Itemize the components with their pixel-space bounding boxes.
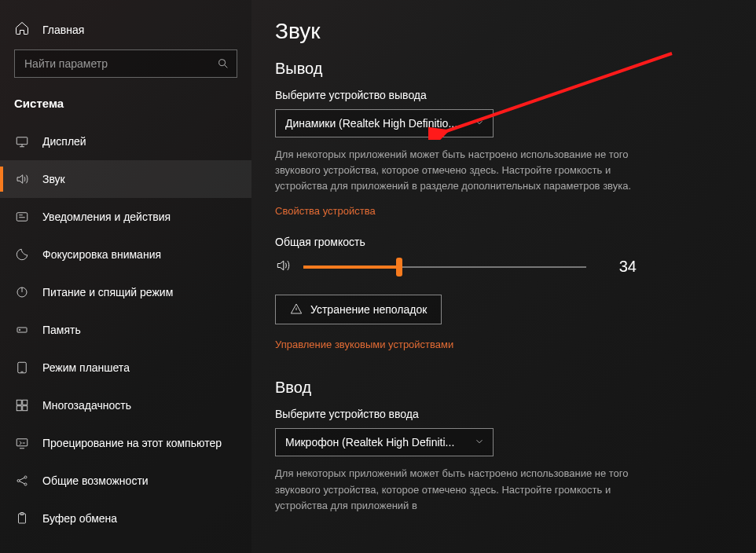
- sidebar-item-focus[interactable]: Фокусировка внимания: [0, 236, 251, 273]
- sidebar-item-label: Фокусировка внимания: [42, 248, 161, 261]
- volume-slider[interactable]: [303, 259, 586, 275]
- input-select-label: Выберите устройство ввода: [275, 408, 728, 420]
- slider-thumb[interactable]: [396, 258, 402, 276]
- input-help-text: Для некоторых приложений может быть наст…: [275, 466, 637, 513]
- svg-rect-4: [17, 328, 27, 332]
- svg-point-14: [24, 483, 27, 485]
- sidebar-item-label: Звук: [42, 173, 65, 185]
- manage-sound-devices-link[interactable]: Управление звуковыми устройствами: [275, 339, 453, 350]
- sidebar-section-title: Система: [0, 92, 251, 123]
- output-heading: Вывод: [275, 60, 728, 78]
- sidebar-item-shared[interactable]: Общие возможности: [0, 462, 251, 500]
- sidebar-item-clipboard[interactable]: Буфер обмена: [0, 500, 251, 537]
- home-link[interactable]: Главная: [0, 14, 251, 49]
- search-input[interactable]: [15, 57, 210, 70]
- sidebar-item-display[interactable]: Дисплей: [0, 123, 251, 160]
- tablet-icon: [14, 361, 30, 375]
- sidebar-item-notifications[interactable]: Уведомления и действия: [0, 198, 251, 236]
- input-device-value: Микрофон (Realtek High Definiti...: [285, 436, 454, 449]
- svg-rect-10: [23, 406, 28, 411]
- svg-point-12: [17, 480, 20, 482]
- volume-icon: [275, 258, 291, 276]
- sidebar-item-label: Уведомления и действия: [42, 211, 171, 223]
- shared-icon: [14, 474, 30, 488]
- output-select-label: Выберите устройство вывода: [275, 89, 728, 101]
- sidebar-item-label: Режим планшета: [42, 361, 130, 374]
- svg-rect-2: [17, 213, 28, 222]
- output-device-value: Динамики (Realtek High Definitio...: [285, 117, 457, 130]
- svg-rect-1: [17, 137, 28, 145]
- chevron-down-icon: [474, 436, 485, 449]
- sidebar-item-multitask[interactable]: Многозадачность: [0, 386, 251, 424]
- svg-rect-11: [17, 439, 28, 446]
- clipboard-icon: [14, 511, 30, 526]
- sidebar-item-power[interactable]: Питание и спящий режим: [0, 273, 251, 311]
- output-device-dropdown[interactable]: Динамики (Realtek High Definitio...: [275, 109, 494, 137]
- svg-rect-9: [17, 406, 21, 411]
- svg-point-5: [19, 329, 20, 331]
- main-content: Звук Вывод Выберите устройство вывода Ди…: [251, 0, 756, 553]
- display-icon: [14, 134, 30, 148]
- svg-rect-8: [23, 400, 28, 405]
- sound-icon: [14, 172, 30, 186]
- sidebar-item-label: Память: [42, 324, 81, 336]
- sidebar: Главная Система Дисплей Звук Уведом: [0, 0, 251, 553]
- sidebar-item-sound[interactable]: Звук: [0, 160, 251, 198]
- search-box[interactable]: [14, 49, 237, 78]
- power-icon: [14, 285, 30, 299]
- input-device-dropdown[interactable]: Микрофон (Realtek High Definiti...: [275, 428, 494, 456]
- sidebar-item-label: Дисплей: [42, 135, 86, 148]
- sidebar-item-storage[interactable]: Память: [0, 311, 251, 349]
- input-heading: Ввод: [275, 379, 728, 397]
- device-properties-link[interactable]: Свойства устройства: [275, 205, 376, 217]
- sidebar-item-label: Многозадачность: [42, 399, 131, 412]
- search-icon: [210, 57, 237, 70]
- storage-icon: [14, 323, 30, 337]
- sidebar-item-projecting[interactable]: Проецирование на этот компьютер: [0, 424, 251, 462]
- warning-icon: [290, 302, 303, 317]
- volume-label: Общая громкость: [275, 236, 728, 248]
- slider-fill: [303, 266, 399, 269]
- chevron-down-icon: [474, 117, 485, 130]
- multitask-icon: [14, 398, 30, 412]
- svg-point-0: [219, 60, 226, 66]
- svg-rect-7: [17, 400, 21, 405]
- sidebar-item-label: Общие возможности: [42, 474, 149, 487]
- sidebar-nav: Дисплей Звук Уведомления и действия Фоку…: [0, 123, 251, 537]
- troubleshoot-button[interactable]: Устранение неполадок: [275, 295, 442, 324]
- svg-point-13: [24, 476, 27, 478]
- volume-value: 34: [599, 258, 637, 276]
- svg-rect-6: [18, 362, 27, 373]
- home-icon: [14, 20, 30, 38]
- projecting-icon: [14, 436, 30, 450]
- troubleshoot-label: Устранение неполадок: [310, 303, 427, 316]
- output-help-text: Для некоторых приложений может быть наст…: [275, 147, 637, 194]
- focus-icon: [14, 247, 30, 262]
- home-label: Главная: [42, 24, 84, 36]
- notifications-icon: [14, 210, 30, 224]
- sidebar-item-label: Буфер обмена: [42, 512, 117, 525]
- page-title: Звук: [275, 19, 728, 44]
- sidebar-item-tablet[interactable]: Режим планшета: [0, 349, 251, 386]
- sidebar-item-label: Проецирование на этот компьютер: [42, 437, 222, 449]
- sidebar-item-label: Питание и спящий режим: [42, 286, 173, 298]
